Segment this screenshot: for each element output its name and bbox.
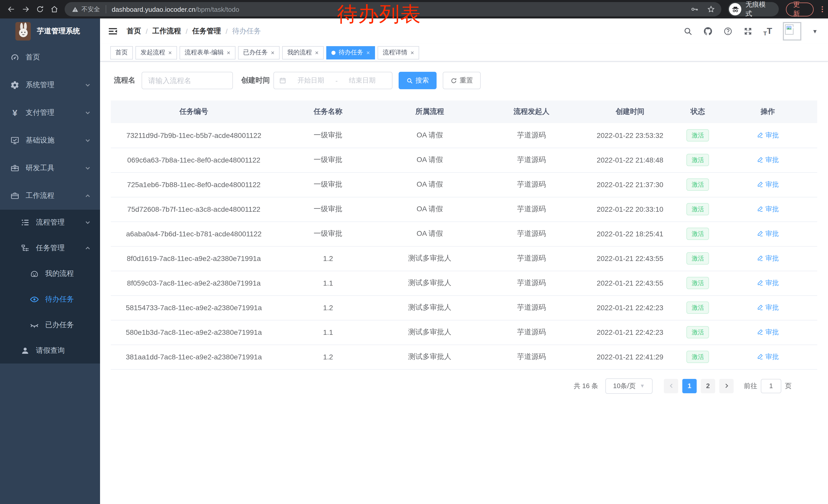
app-title: 芋道管理系统: [37, 27, 80, 36]
approve-link[interactable]: 审批: [757, 204, 779, 214]
initiator-cell: 芋道源码: [480, 271, 583, 295]
sidebar-item-payment[interactable]: ¥支付管理: [0, 99, 100, 127]
chevron-left-icon: [668, 383, 674, 388]
browser-forward-button[interactable]: [18, 2, 33, 16]
create-time-cell: 2022-01-21 22:43:55: [583, 246, 677, 271]
tab-home[interactable]: 首页: [110, 46, 133, 59]
status-cell: 激活: [677, 246, 718, 271]
close-icon[interactable]: ×: [315, 49, 319, 56]
table-row: a6aba0a4-7b6d-11ec-b781-acde48001122一级审批…: [111, 222, 817, 246]
close-icon[interactable]: ×: [168, 49, 172, 56]
chevron-down-icon: [85, 137, 91, 144]
next-page-button[interactable]: [719, 379, 734, 393]
task-id-cell: 069c6a63-7b8a-11ec-8ef0-acde48001122: [111, 148, 277, 172]
chevron-down-icon: [85, 165, 91, 171]
reset-button[interactable]: 重置: [443, 72, 481, 89]
tab-start-process[interactable]: 发起流程×: [135, 46, 177, 59]
main-area: 首页 / 工作流程 / 任务管理 / 待办任务: [100, 18, 828, 504]
navbar-actions: TT ▼: [683, 22, 828, 41]
browser-home-button[interactable]: [47, 2, 61, 16]
page-button-1[interactable]: 1: [682, 379, 697, 393]
bookmark-star-icon[interactable]: [707, 5, 715, 13]
browser-reload-button[interactable]: [33, 2, 47, 16]
key-icon[interactable]: [691, 5, 699, 13]
approve-link[interactable]: 审批: [757, 278, 779, 288]
reload-icon: [36, 5, 44, 13]
page-button-2[interactable]: 2: [701, 379, 715, 393]
pen-icon: [757, 230, 763, 237]
tab-todo-task[interactable]: 待办任务×: [326, 46, 375, 59]
approve-link[interactable]: 审批: [757, 180, 779, 189]
sidebar-item-process-manage[interactable]: 流程管理: [0, 210, 100, 235]
page-size-select[interactable]: 10条/页 ▼: [605, 378, 653, 394]
chevron-down-icon[interactable]: ▼: [812, 28, 818, 34]
close-icon[interactable]: ×: [227, 49, 230, 56]
user-icon: [20, 346, 30, 355]
process-cell: OA 请假: [379, 197, 481, 222]
tab-form-edit[interactable]: 流程表单-编辑×: [179, 46, 236, 59]
browser-back-button[interactable]: [4, 2, 18, 16]
breadcrumb-home[interactable]: 首页: [127, 27, 141, 36]
sidebar-item-task-manage[interactable]: 任务管理: [0, 235, 100, 261]
sidebar-item-system[interactable]: 系统管理: [0, 71, 100, 99]
sidebar-logo-row[interactable]: 芋道管理系统: [0, 18, 100, 44]
approve-link[interactable]: 审批: [757, 352, 779, 362]
close-icon[interactable]: ×: [271, 49, 275, 56]
approve-link[interactable]: 审批: [757, 131, 779, 140]
github-icon[interactable]: [703, 27, 713, 36]
initiator-cell: 芋道源码: [480, 148, 583, 172]
table-row: 8f0d1619-7ac8-11ec-a9e2-a2380e71991a1.2测…: [111, 246, 817, 271]
prev-page-button[interactable]: [664, 379, 678, 393]
security-label[interactable]: 不安全: [81, 5, 100, 13]
actions-cell: 审批: [718, 295, 817, 320]
approve-link[interactable]: 审批: [757, 229, 779, 238]
tab-process-detail[interactable]: 流程详情×: [378, 46, 419, 59]
breadcrumb-task-manage[interactable]: 任务管理: [192, 27, 221, 36]
chevron-up-icon: [85, 245, 91, 251]
breadcrumb-workflow[interactable]: 工作流程: [152, 27, 181, 36]
pen-icon: [757, 304, 763, 311]
search-icon[interactable]: [683, 27, 693, 36]
status-cell: 激活: [677, 271, 718, 295]
sidebar-item-workflow[interactable]: 工作流程: [0, 182, 100, 210]
browser-menu-button[interactable]: [817, 4, 828, 15]
font-size-icon[interactable]: TT: [763, 26, 772, 36]
task-id-cell: 8f0d1619-7ac8-11ec-a9e2-a2380e71991a: [111, 246, 277, 271]
table-row: 75d72608-7b7f-11ec-a3c8-acde48001122一级审批…: [111, 197, 817, 222]
sidebar-toggle-button[interactable]: [107, 26, 119, 37]
table-header-row: 任务编号 任务名称 所属流程 流程发起人 创建时间 状态 操作: [111, 100, 817, 123]
process-name-input[interactable]: [141, 72, 233, 89]
date-range-picker[interactable]: 开始日期 - 结束日期: [274, 72, 392, 89]
sidebar-item-todo-task[interactable]: 待办任务: [0, 287, 100, 312]
create-time-cell: 2022-01-22 23:53:32: [583, 123, 677, 148]
sidebar-item-my-process[interactable]: 我的流程: [0, 261, 100, 287]
status-cell: 激活: [677, 148, 718, 172]
sidebar-item-leave-query[interactable]: 请假查询: [0, 338, 100, 364]
help-icon[interactable]: [723, 27, 733, 36]
approve-link[interactable]: 审批: [757, 254, 779, 263]
actions-cell: 审批: [718, 320, 817, 345]
avatar[interactable]: [783, 22, 801, 41]
task-name-cell: 一级审批: [277, 222, 379, 246]
sidebar-item-dev-tools[interactable]: 研发工具: [0, 154, 100, 182]
close-icon[interactable]: ×: [410, 49, 414, 56]
annotation-todo-list: 待办列表: [337, 2, 421, 26]
close-icon[interactable]: ×: [366, 49, 370, 56]
approve-link[interactable]: 审批: [757, 303, 779, 312]
fullscreen-icon[interactable]: [743, 27, 753, 36]
sidebar-item-infrastructure[interactable]: 基础设施: [0, 127, 100, 154]
sidebar-item-done-task[interactable]: 已办任务: [0, 312, 100, 338]
goto-page-input[interactable]: [761, 379, 781, 393]
status-cell: 激活: [677, 320, 718, 345]
total-count: 共 16 条: [574, 381, 598, 391]
sidebar-item-home[interactable]: 首页: [0, 44, 100, 71]
yen-icon: ¥: [10, 108, 19, 118]
url-text[interactable]: dashboard.yudao.iocoder.cn/bpm/task/todo: [112, 5, 239, 13]
tab-done-task[interactable]: 已办任务×: [238, 46, 280, 59]
browser-update-button[interactable]: 更新: [786, 2, 814, 16]
approve-link[interactable]: 审批: [757, 328, 779, 337]
search-button[interactable]: 搜索: [399, 72, 437, 89]
tab-my-process[interactable]: 我的流程×: [282, 46, 324, 59]
approve-link[interactable]: 审批: [757, 155, 779, 165]
sidebar-item-label: 流程管理: [36, 218, 65, 227]
